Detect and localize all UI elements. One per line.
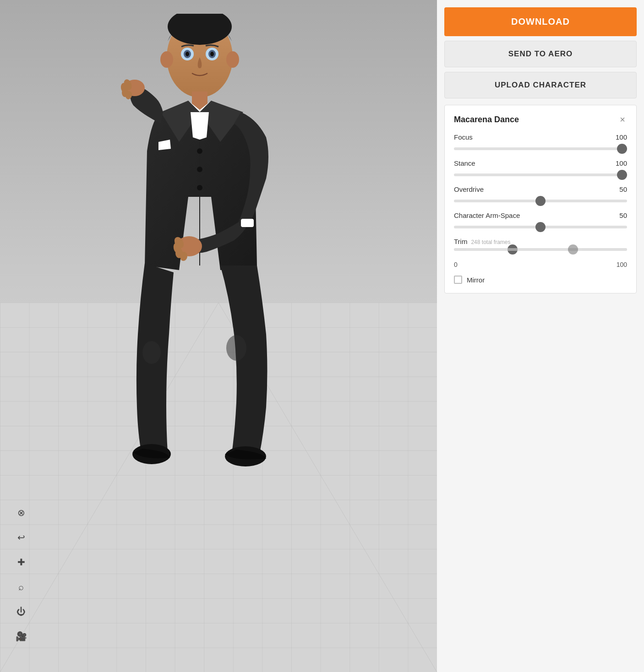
stance-label: Stance [454, 159, 475, 167]
download-button[interactable]: DOWNLOAD [444, 7, 637, 36]
add-icon[interactable]: ✚ [13, 554, 29, 570]
character-figure [87, 14, 326, 517]
trim-end-slider[interactable] [454, 248, 627, 251]
right-panel: DOWNLOAD SEND TO AERO UPLOAD CHARACTER M… [437, 0, 644, 672]
svg-point-18 [197, 185, 202, 190]
overdrive-slider[interactable] [454, 200, 627, 202]
trim-start-value: 0 [454, 261, 458, 268]
svg-point-33 [226, 335, 246, 361]
focus-slider[interactable] [454, 147, 627, 150]
upload-character-button[interactable]: UPLOAD CHARACTER [444, 72, 637, 98]
overdrive-value: 50 [619, 185, 627, 193]
settings-panel: Macarena Dance × Focus 100 Stance 100 Ov… [444, 105, 637, 293]
arm-space-value: 50 [619, 211, 627, 219]
send-to-aero-button[interactable]: SEND TO AERO [444, 41, 637, 67]
focus-label: Focus [454, 133, 473, 141]
focus-value: 100 [616, 133, 627, 141]
mirror-checkbox[interactable] [454, 276, 462, 284]
arm-space-control: Character Arm-Space 50 [454, 211, 627, 230]
svg-point-13 [226, 51, 239, 68]
svg-rect-29 [241, 219, 254, 227]
arm-space-slider[interactable] [454, 226, 627, 228]
arm-space-label: Character Arm-Space [454, 211, 520, 219]
mirror-row: Mirror [454, 276, 627, 284]
svg-point-16 [197, 148, 202, 154]
camera-icon[interactable]: 🎥 [13, 628, 29, 645]
trim-control: Trim 248 total frames 0 100 [454, 238, 627, 268]
focus-control: Focus 100 [454, 133, 627, 152]
mirror-label: Mirror [467, 276, 485, 284]
3d-viewport[interactable]: ⊗ ↩ ✚ ⌕ ⏻ 🎥 [0, 0, 437, 672]
settings-title: Macarena Dance [454, 115, 519, 125]
svg-point-32 [142, 341, 161, 364]
svg-point-10 [186, 52, 189, 56]
search-icon[interactable]: ⌕ [13, 579, 29, 595]
overdrive-control: Overdrive 50 [454, 185, 627, 204]
left-toolbar: ⊗ ↩ ✚ ⌕ ⏻ 🎥 [13, 504, 29, 645]
reset-icon[interactable]: ⊗ [13, 504, 29, 521]
stance-slider[interactable] [454, 173, 627, 176]
svg-point-17 [197, 167, 202, 172]
trim-end-value: 100 [617, 261, 627, 268]
stance-value: 100 [616, 159, 627, 167]
overdrive-label: Overdrive [454, 185, 484, 193]
close-button[interactable]: × [618, 114, 627, 125]
settings-header: Macarena Dance × [454, 114, 627, 125]
undo-icon[interactable]: ↩ [13, 529, 29, 546]
svg-point-11 [210, 52, 214, 56]
stance-control: Stance 100 [454, 159, 627, 178]
svg-point-12 [160, 51, 173, 68]
power-icon[interactable]: ⏻ [13, 603, 29, 620]
